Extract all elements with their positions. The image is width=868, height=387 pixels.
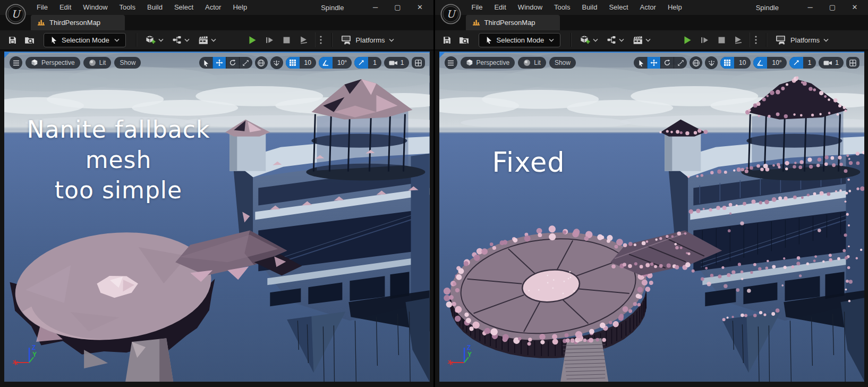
lit-dropdown[interactable]: Lit	[518, 57, 546, 69]
scale-snap-control[interactable]: 1	[354, 57, 381, 69]
select-tool-button[interactable]	[199, 57, 212, 69]
save-button[interactable]	[439, 32, 455, 47]
menu-edit[interactable]: Edit	[54, 0, 77, 15]
tab-thirdpersonmap[interactable]: ThirdPersonMap	[466, 15, 560, 30]
rotate-tool-button[interactable]	[660, 57, 674, 69]
blueprints-dropdown[interactable]	[603, 32, 628, 47]
grid-snap-control[interactable]: 10	[286, 57, 316, 69]
close-button[interactable]: ✕	[409, 0, 431, 15]
play-options-kebab[interactable]	[315, 32, 327, 47]
show-dropdown[interactable]: Show	[114, 57, 141, 69]
tab-thirdpersonmap[interactable]: ThirdPersonMap	[31, 15, 125, 30]
menu-tools[interactable]: Tools	[548, 0, 576, 15]
selection-mode-dropdown[interactable]: Selection Mode	[479, 33, 561, 47]
surface-snap-button[interactable]	[705, 56, 718, 69]
camera-icon	[823, 60, 832, 66]
viewport-layout-button[interactable]	[846, 57, 860, 69]
save-button[interactable]	[4, 32, 20, 47]
rotate-tool-button[interactable]	[226, 57, 239, 69]
frame-skip-button[interactable]	[262, 32, 278, 47]
viewport-layout-button[interactable]	[412, 57, 425, 69]
close-button[interactable]: ✕	[844, 0, 866, 15]
rotation-snap-control[interactable]: 10°	[319, 57, 352, 69]
viewport-canvas[interactable]	[439, 53, 865, 382]
maximize-button[interactable]: ▢	[821, 0, 844, 15]
stop-button[interactable]	[279, 32, 295, 47]
viewport-canvas[interactable]	[4, 53, 430, 382]
play-button[interactable]	[245, 32, 261, 47]
menu-tools[interactable]: Tools	[114, 0, 141, 15]
titlebar: U File Edit Window Tools Build Select Ac…	[0, 0, 433, 15]
scale-snap-value: 1	[803, 57, 816, 69]
menu-help[interactable]: Help	[227, 0, 253, 15]
selection-mode-dropdown[interactable]: Selection Mode	[44, 33, 126, 47]
scale-tool-button[interactable]	[674, 57, 687, 69]
add-actor-dropdown[interactable]	[141, 32, 167, 47]
cinematics-dropdown[interactable]	[629, 32, 654, 47]
world-space-toggle[interactable]	[690, 56, 702, 69]
tab-label: ThirdPersonMap	[49, 19, 100, 27]
minimize-button[interactable]: ─	[799, 0, 821, 15]
scale-icon	[242, 60, 249, 66]
perspective-dropdown[interactable]: Perspective	[461, 57, 515, 69]
viewport-toolbar: Perspective Lit Show	[445, 56, 860, 69]
menu-file[interactable]: File	[466, 0, 489, 15]
menu-file[interactable]: File	[31, 0, 54, 15]
perspective-label: Perspective	[476, 59, 510, 66]
eject-button[interactable]	[296, 32, 312, 47]
menu-build[interactable]: Build	[141, 0, 168, 15]
play-options-kebab[interactable]	[750, 32, 761, 47]
menu-help[interactable]: Help	[662, 0, 688, 15]
minimize-button[interactable]: ─	[364, 0, 387, 15]
surface-snap-button[interactable]	[270, 56, 283, 69]
add-cube-icon	[145, 35, 156, 45]
menu-actor[interactable]: Actor	[199, 0, 227, 15]
scale-snap-icon	[354, 57, 368, 69]
viewport-options-button[interactable]	[445, 56, 457, 69]
chevron-down-icon	[823, 38, 829, 42]
rotation-snap-control[interactable]: 10°	[753, 57, 786, 69]
world-space-toggle[interactable]	[255, 56, 268, 69]
platforms-dropdown[interactable]: Platforms	[337, 35, 398, 45]
eject-button[interactable]	[730, 32, 746, 47]
move-tool-button[interactable]	[212, 57, 226, 69]
move-tool-button[interactable]	[647, 57, 660, 69]
select-arrow-icon	[637, 60, 644, 66]
platforms-label: Platforms	[790, 36, 820, 44]
select-tool-button[interactable]	[634, 57, 647, 69]
lit-dropdown[interactable]: Lit	[83, 57, 112, 69]
add-actor-dropdown[interactable]	[576, 32, 602, 47]
menu-select[interactable]: Select	[168, 0, 199, 15]
menu-build[interactable]: Build	[576, 0, 603, 15]
blueprints-dropdown[interactable]	[168, 32, 193, 47]
show-dropdown[interactable]: Show	[549, 57, 576, 69]
browse-content-button[interactable]	[21, 32, 37, 47]
grid-snap-control[interactable]: 10	[720, 57, 751, 69]
menu-edit[interactable]: Edit	[488, 0, 512, 15]
scale-tool-button[interactable]	[239, 57, 252, 69]
transform-tool-group	[634, 57, 687, 69]
blueprint-node-icon	[607, 36, 616, 44]
browse-content-button[interactable]	[456, 32, 472, 47]
menu-window[interactable]: Window	[77, 0, 113, 15]
surface-snap-icon	[708, 59, 716, 67]
frame-skip-button[interactable]	[696, 32, 712, 47]
toolbar-divider	[331, 33, 332, 47]
menu-actor[interactable]: Actor	[634, 0, 662, 15]
tab-row: ThirdPersonMap	[0, 15, 433, 30]
camera-speed-control[interactable]: 1	[819, 57, 844, 69]
perspective-dropdown[interactable]: Perspective	[25, 57, 80, 69]
viewport-options-button[interactable]	[10, 56, 22, 69]
menu-select[interactable]: Select	[603, 0, 634, 15]
tab-row: ThirdPersonMap	[435, 15, 868, 30]
play-button[interactable]	[679, 32, 695, 47]
cinematics-dropdown[interactable]	[194, 32, 220, 47]
platforms-icon	[341, 35, 352, 45]
stop-button[interactable]	[713, 32, 729, 47]
y-axis-label: Y	[32, 351, 37, 358]
menu-window[interactable]: Window	[512, 0, 548, 15]
camera-speed-control[interactable]: 1	[384, 57, 409, 69]
scale-snap-control[interactable]: 1	[789, 57, 816, 69]
maximize-button[interactable]: ▢	[387, 0, 409, 15]
platforms-dropdown[interactable]: Platforms	[771, 35, 833, 45]
